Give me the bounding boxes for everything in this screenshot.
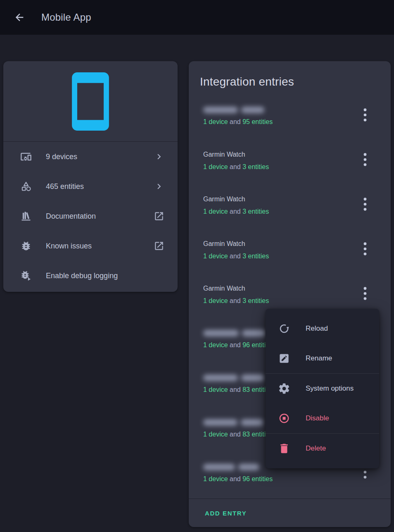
entry-entity-count: 3 entities [242,208,269,215]
info-item-enable-debug-logging[interactable]: Enable debug logging [3,261,178,291]
entry-name-redacted [203,419,263,426]
cog-icon [278,382,290,395]
dots-vertical-icon [357,241,373,257]
context-menu-item-label: System options [306,384,354,393]
entry-summary: 1 device and 3 entities [203,252,351,260]
entry-device-count: 1 device [203,163,228,170]
integration-entry-row[interactable]: Garmin Watch 1 device and 3 entities [189,233,391,278]
info-item-label: Known issues [46,242,154,250]
entry-entity-count: 3 entities [242,163,269,170]
entry-conjunction: and [230,341,242,348]
dots-vertical-icon [357,285,373,302]
entry-menu-button[interactable] [357,241,373,257]
info-item-465-entities[interactable]: 465 entities [3,172,178,201]
entry-entity-count: 95 entities [242,118,273,125]
shapes-icon [20,181,32,192]
delete-icon [278,442,290,455]
info-item-label: 9 devices [46,153,154,161]
entry-entity-count: 3 entities [242,297,269,304]
context-menu-item-delete[interactable]: Delete [266,434,379,463]
entry-conjunction: and [230,163,242,170]
entry-summary: 1 device and 96 entities [203,475,351,483]
integration-entry-row[interactable]: 1 device and 95 entities [189,99,391,144]
rename-icon [278,352,290,365]
chevron-right-icon [154,151,164,162]
info-item-documentation[interactable]: Documentation [3,201,178,231]
entry-context-menu: Reload Rename System options Disable Del… [266,309,379,468]
entry-name: Garmin Watch [203,284,351,293]
info-item-label: Documentation [46,212,154,221]
page-title: Mobile App [41,12,91,23]
entry-summary: 1 device and 95 entities [203,118,351,126]
entry-conjunction: and [230,386,242,393]
integration-entry-row[interactable]: Garmin Watch 1 device and 3 entities [189,144,391,188]
context-menu-item-reload[interactable]: Reload [266,314,379,344]
bookshelf-icon [20,210,32,222]
info-item-9-devices[interactable]: 9 devices [3,142,178,172]
entry-conjunction: and [230,431,242,438]
dots-vertical-icon [357,196,373,212]
info-item-label: 465 entities [46,182,154,191]
entry-name-redacted [203,329,266,337]
entry-name-redacted [203,374,264,382]
entry-menu-button[interactable] [357,285,373,302]
entry-device-count: 1 device [203,118,228,125]
dots-vertical-icon [357,151,373,168]
entry-device-count: 1 device [203,297,228,304]
arrow-left-icon [14,12,25,23]
context-menu-item-label: Delete [306,444,326,453]
entry-name: Garmin Watch [203,150,351,159]
entry-name-redacted [203,106,264,114]
bug-icon [20,240,32,252]
cellphone-icon [72,72,109,131]
context-menu-item-disable[interactable]: Disable [266,403,379,433]
bug-play-icon [20,270,32,282]
entries-footer: ADD ENTRY [189,499,391,527]
context-menu-item-label: Rename [306,354,332,363]
open-in-new-icon [154,211,164,222]
entry-summary: 1 device and 3 entities [203,208,351,216]
entry-conjunction: and [230,208,242,215]
back-button[interactable] [14,12,25,23]
entry-conjunction: and [230,253,242,260]
entry-device-count: 1 device [203,208,228,215]
stop-circle-icon [278,412,290,425]
integration-page: { "header": { "title": "Mobile App", "ba… [0,0,394,532]
info-item-known-issues[interactable]: Known issues [3,231,178,261]
entry-device-count: 1 device [203,386,228,393]
entry-name: Garmin Watch [203,240,351,248]
entry-device-count: 1 device [203,253,228,260]
context-menu-item-label: Reload [306,324,328,333]
entry-device-count: 1 device [203,341,228,348]
integration-info-card: 9 devices 465 entities Documentation Kno… [3,61,178,292]
context-menu-item-system-options[interactable]: System options [266,374,379,403]
context-menu-item-label: Disable [306,414,329,422]
entry-summary: 1 device and 3 entities [203,297,351,305]
devices-icon [20,151,32,162]
entry-device-count: 1 device [203,475,228,482]
entry-device-count: 1 device [203,431,228,438]
entry-entity-count: 3 entities [242,253,269,260]
integration-entry-row[interactable]: Garmin Watch 1 device and 3 entities [189,188,391,233]
context-menu-item-rename[interactable]: Rename [266,344,379,373]
entry-menu-button[interactable] [357,151,373,168]
entry-conjunction: and [230,475,242,482]
entry-summary: 1 device and 3 entities [203,163,351,171]
entry-name-redacted [203,463,259,471]
entry-menu-button[interactable] [357,107,373,123]
entry-menu-button[interactable] [357,196,373,212]
dots-vertical-icon [357,107,373,123]
info-item-label: Enable debug logging [46,272,164,280]
reload-icon [278,322,290,335]
entry-entity-count: 96 entities [242,475,273,482]
entry-name: Garmin Watch [203,195,351,203]
entry-conjunction: and [230,297,242,304]
chevron-right-icon [154,181,164,192]
entries-title: Integration entries [189,61,391,88]
entry-conjunction: and [230,118,242,125]
info-list: 9 devices 465 entities Documentation Kno… [3,142,178,291]
integration-hero [3,61,178,142]
open-in-new-icon [154,241,164,251]
add-entry-button[interactable]: ADD ENTRY [203,507,248,519]
app-header: Mobile App [0,0,394,35]
